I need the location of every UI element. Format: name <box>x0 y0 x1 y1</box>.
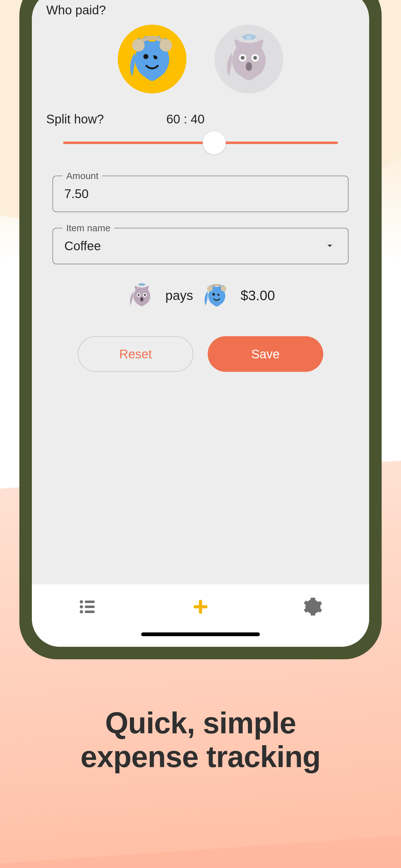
chevron-down-icon <box>324 240 335 252</box>
svg-point-17 <box>80 600 83 604</box>
list-icon <box>78 597 98 617</box>
svg-point-14 <box>212 293 215 296</box>
svg-point-13 <box>140 297 143 302</box>
amount-label: Amount <box>63 170 102 181</box>
tab-list[interactable] <box>77 595 99 618</box>
pays-amount: $3.00 <box>240 288 275 303</box>
phone-screen: Who paid? <box>32 0 369 647</box>
payer-from-icon <box>126 280 157 311</box>
who-paid-label: Who paid? <box>46 3 355 17</box>
pays-word: pays <box>166 288 193 303</box>
cat-pink-icon <box>218 28 280 90</box>
save-button[interactable]: Save <box>208 336 323 372</box>
svg-rect-22 <box>85 611 95 613</box>
tab-bar <box>32 584 369 647</box>
button-row: Reset Save <box>53 336 348 372</box>
payer-to-icon <box>201 280 232 311</box>
svg-rect-20 <box>85 606 95 608</box>
slider-thumb[interactable] <box>203 131 226 154</box>
svg-point-21 <box>80 610 83 614</box>
svg-rect-24 <box>194 605 208 608</box>
home-indicator <box>141 632 260 636</box>
amount-value: 7.50 <box>64 187 337 201</box>
plus-icon <box>191 597 210 616</box>
svg-point-19 <box>80 605 83 609</box>
who-paid-avatars <box>46 25 355 93</box>
item-label: Item name <box>63 223 114 234</box>
svg-point-16 <box>221 286 226 291</box>
item-field[interactable]: Item name Coffee <box>53 228 348 264</box>
gear-icon <box>303 597 323 617</box>
pays-summary: pays $3.00 <box>46 280 355 311</box>
svg-point-15 <box>207 286 213 291</box>
split-ratio: 60 : 40 <box>166 112 205 126</box>
svg-point-8 <box>246 35 252 40</box>
payer-avatar-1[interactable] <box>118 25 187 93</box>
marketing-caption: Quick, simple expense tracking <box>0 706 401 773</box>
svg-point-0 <box>143 54 148 59</box>
svg-rect-18 <box>85 600 95 603</box>
svg-point-12 <box>144 294 146 296</box>
split-slider[interactable] <box>63 132 338 154</box>
tab-settings[interactable] <box>302 595 324 618</box>
phone-device: Who paid? <box>20 0 381 659</box>
svg-point-6 <box>253 56 257 60</box>
payer-avatar-2[interactable] <box>214 25 283 93</box>
svg-point-7 <box>246 62 252 71</box>
split-row: Split how? 60 : 40 <box>46 112 355 126</box>
slider-track <box>63 142 338 144</box>
svg-point-11 <box>138 294 140 296</box>
svg-point-1 <box>132 39 144 52</box>
form-content: Who paid? <box>32 0 369 584</box>
amount-field[interactable]: Amount 7.50 <box>53 176 348 212</box>
svg-point-2 <box>160 39 172 52</box>
split-label: Split how? <box>46 112 104 126</box>
cat-blue-icon <box>121 28 183 90</box>
tab-add[interactable] <box>189 595 212 618</box>
item-value: Coffee <box>64 239 337 253</box>
reset-button[interactable]: Reset <box>78 336 193 372</box>
svg-point-5 <box>241 56 244 60</box>
